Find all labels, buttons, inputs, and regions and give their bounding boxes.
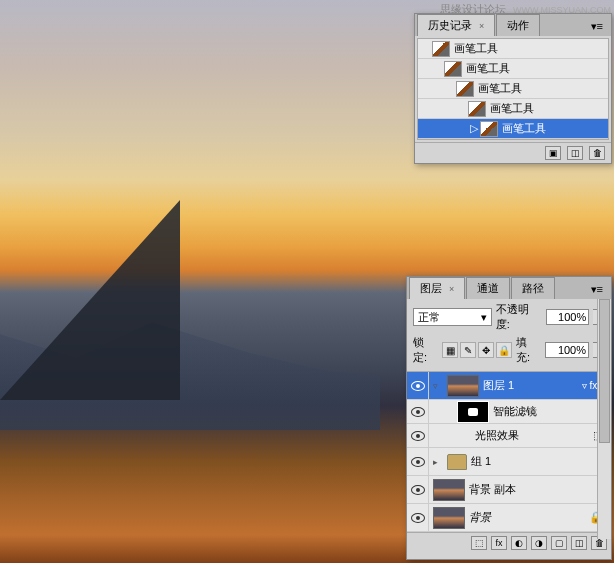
visibility-toggle[interactable] [407,476,429,503]
close-icon[interactable]: × [479,21,484,31]
history-item-label: 画笔工具 [478,81,522,96]
history-item[interactable]: 画笔工具 [418,99,608,119]
tab-layers[interactable]: 图层 × [409,277,465,299]
history-cursor-icon: ▷ [468,122,480,135]
history-item-selected[interactable]: ▷ 画笔工具 [418,119,608,139]
close-icon[interactable]: × [449,284,454,294]
lock-image-icon[interactable]: ✎ [460,342,476,358]
folder-icon [447,454,467,470]
visibility-toggle[interactable] [407,448,429,475]
history-item[interactable]: 画笔工具 [418,79,608,99]
trash-icon[interactable]: 🗑 [589,146,605,160]
tab-paths-label: 路径 [522,282,544,294]
history-item-label: 画笔工具 [454,41,498,56]
blend-mode-value: 正常 [418,310,440,325]
tab-actions[interactable]: 动作 [496,14,540,36]
layer-name: 组 1 [471,454,491,469]
layer-name: 智能滤镜 [493,404,537,419]
tab-actions-label: 动作 [507,19,529,31]
lock-position-icon[interactable]: ✥ [478,342,494,358]
history-item-label: 画笔工具 [466,61,510,76]
brush-icon [468,101,486,117]
visibility-toggle[interactable] [407,424,429,447]
expand-icon[interactable]: ▿ [433,381,443,391]
eye-icon [411,457,425,467]
layers-panel: 图层 × 通道 路径 ▾≡ 正常 ▾ 不透明度: 100% ▸ 锁定: ▦ ✎ … [406,276,612,560]
layer-list: ▿ 图层 1 ▿ fx ▾ 智能滤镜 光照效果 ⬚ ▸ [407,371,611,532]
eye-icon [411,381,425,391]
brush-icon [480,121,498,137]
layer-name: 背景 [469,510,491,525]
layer-name: 光照效果 [475,428,519,443]
eye-icon [411,407,425,417]
image-mountain-fg [0,200,180,400]
opacity-input[interactable]: 100% [546,309,589,325]
layer-row-effect[interactable]: 光照效果 ⬚ [407,424,611,448]
group-icon[interactable]: ▢ [551,536,567,550]
panel-menu-icon[interactable]: ▾≡ [583,280,611,299]
layer-name: 背景 副本 [469,482,516,497]
layer-row-smartfilter[interactable]: 智能滤镜 [407,400,611,424]
brush-icon [456,81,474,97]
layer-row[interactable]: 背景 副本 [407,476,611,504]
scrollbar[interactable] [597,299,611,539]
tab-channels-label: 通道 [477,282,499,294]
lock-all-icon[interactable]: 🔒 [496,342,512,358]
layer-row-selected[interactable]: ▿ 图层 1 ▿ fx ▾ [407,372,611,400]
tab-paths[interactable]: 路径 [511,277,555,299]
link-layers-icon[interactable]: ⬚ [471,536,487,550]
chevron-down-icon: ▾ [481,311,487,324]
tab-history[interactable]: 历史记录 × [417,14,495,36]
history-item-label: 画笔工具 [490,101,534,116]
layer-thumbnail[interactable] [447,375,479,397]
expand-icon[interactable]: ▸ [433,457,443,467]
mask-icon[interactable]: ◐ [511,536,527,550]
history-panel: 历史记录 × 动作 ▾≡ 画笔工具 画笔工具 画笔工具 画笔工具 ▷ 画笔工具 [414,13,612,164]
eye-icon [411,513,425,523]
history-item[interactable]: 画笔工具 [418,39,608,59]
visibility-toggle[interactable] [407,372,429,399]
adjustment-icon[interactable]: ◑ [531,536,547,550]
brush-icon [432,41,450,57]
eye-icon [411,431,425,441]
layer-controls: 正常 ▾ 不透明度: 100% ▸ 锁定: ▦ ✎ ✥ 🔒 填充: 100% ▸ [407,299,611,371]
eye-icon [411,485,425,495]
tab-history-label: 历史记录 [428,19,472,31]
filter-mask-thumbnail[interactable] [457,401,489,423]
layers-tab-bar: 图层 × 通道 路径 ▾≡ [407,277,611,299]
layer-row-background[interactable]: 背景 🔒 [407,504,611,532]
layer-name: 图层 1 [483,378,514,393]
new-layer-icon[interactable]: ◫ [571,536,587,550]
history-snapshot-icon[interactable]: ▣ [545,146,561,160]
history-item-label: 画笔工具 [502,121,546,136]
panel-menu-icon[interactable]: ▾≡ [583,17,611,36]
brush-icon [444,61,462,77]
visibility-toggle[interactable] [407,400,429,423]
visibility-toggle[interactable] [407,504,429,531]
lock-label: 锁定: [413,335,438,365]
blend-mode-select[interactable]: 正常 ▾ [413,308,492,326]
layer-thumbnail[interactable] [433,507,465,529]
fx-icon[interactable]: fx [491,536,507,550]
history-footer: ▣ ◫ 🗑 [415,142,611,163]
layer-thumbnail[interactable] [433,479,465,501]
opacity-label: 不透明度: [496,302,542,332]
scrollbar-thumb[interactable] [599,299,610,443]
history-tab-bar: 历史记录 × 动作 ▾≡ [415,14,611,36]
lock-transparent-icon[interactable]: ▦ [442,342,458,358]
tab-layers-label: 图层 [420,282,442,294]
layers-footer: ⬚ fx ◐ ◑ ▢ ◫ 🗑 [407,532,611,553]
history-list: 画笔工具 画笔工具 画笔工具 画笔工具 ▷ 画笔工具 [417,38,609,140]
fill-label: 填充: [516,335,541,365]
layer-row-group[interactable]: ▸ 组 1 [407,448,611,476]
tab-channels[interactable]: 通道 [466,277,510,299]
fill-input[interactable]: 100% [545,342,589,358]
history-item[interactable]: 画笔工具 [418,59,608,79]
history-new-icon[interactable]: ◫ [567,146,583,160]
